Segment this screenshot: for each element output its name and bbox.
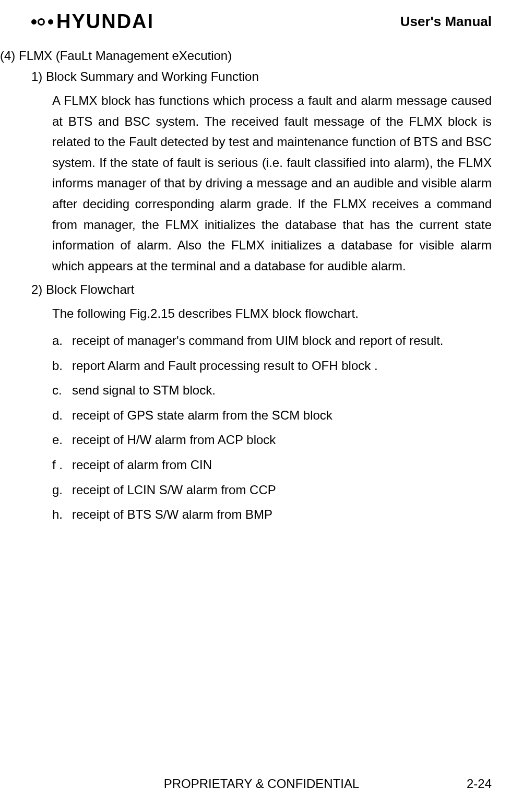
subsection-heading-1: 1) Block Summary and Working Function — [31, 69, 492, 84]
subsection-heading-2: 2) Block Flowchart — [31, 282, 492, 297]
list-marker: g. — [52, 480, 72, 500]
list-text: send signal to STM block. — [72, 380, 216, 401]
list-item: a. receipt of manager's command from UIM… — [52, 330, 492, 351]
list-text: receipt of H/W alarm from ACP block — [72, 429, 276, 450]
list-item: d. receipt of GPS state alarm from the S… — [52, 405, 492, 426]
logo-dots-icon — [31, 18, 54, 26]
list-text: receipt of alarm from CIN — [72, 455, 212, 475]
list-marker: e. — [52, 429, 72, 450]
document-page: HYUNDAI User's Manual (4) FLMX (FauLt Ma… — [0, 0, 523, 812]
list-text: receipt of GPS state alarm from the SCM … — [72, 405, 332, 426]
page-header: HYUNDAI User's Manual — [31, 10, 492, 33]
list-item: h. receipt of BTS S/W alarm from BMP — [52, 504, 492, 525]
section-heading: (4) FLMX (FauLt Management eXecution) — [0, 49, 492, 63]
list-marker: b. — [52, 355, 72, 376]
brand-logo: HYUNDAI — [31, 10, 154, 33]
list-marker: d. — [52, 405, 72, 426]
footer-text: PROPRIETARY & CONFIDENTIAL — [0, 777, 523, 791]
document-title: User's Manual — [400, 14, 492, 30]
list-marker: a. — [52, 330, 72, 351]
list-intro-text: The following Fig.2.15 describes FLMX bl… — [52, 303, 492, 324]
list-text: receipt of BTS S/W alarm from BMP — [72, 504, 272, 525]
list-item: e. receipt of H/W alarm from ACP block — [52, 429, 492, 450]
list-item: c. send signal to STM block. — [52, 380, 492, 401]
list-text: report Alarm and Fault processing result… — [72, 355, 378, 376]
list-marker: f . — [52, 455, 72, 475]
list-item: b. report Alarm and Fault processing res… — [52, 355, 492, 376]
list-marker: c. — [52, 380, 72, 401]
list-item: g. receipt of LCIN S/W alarm from CCP — [52, 480, 492, 500]
body-paragraph: A FLMX block has functions which process… — [52, 90, 492, 276]
list-item: f . receipt of alarm from CIN — [52, 455, 492, 475]
page-number: 2-24 — [467, 777, 492, 791]
logo-text: HYUNDAI — [56, 10, 154, 33]
list-marker: h. — [52, 504, 72, 525]
list-text: receipt of manager's command from UIM bl… — [72, 330, 444, 351]
list-text: receipt of LCIN S/W alarm from CCP — [72, 480, 276, 500]
